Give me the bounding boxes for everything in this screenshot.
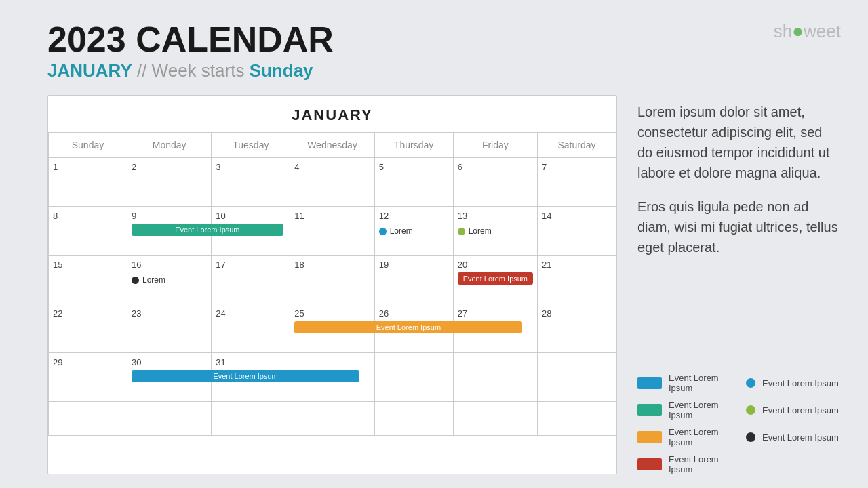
event-jan16-dot: Lorem xyxy=(132,275,165,285)
cal-cell-jan2: 2 xyxy=(127,158,212,207)
cal-cell-jan24: 24 xyxy=(212,304,290,353)
cal-cell-extra1 xyxy=(49,402,127,436)
date-10: 10 xyxy=(216,211,285,221)
date-4: 4 xyxy=(294,162,370,172)
date-17: 17 xyxy=(216,260,285,270)
cal-cell-jan15: 15 xyxy=(49,256,127,304)
date-16: 16 xyxy=(132,260,207,270)
date-7: 7 xyxy=(542,162,612,172)
date-15: 15 xyxy=(53,260,123,270)
cal-cell-jan23: 23 xyxy=(127,304,212,353)
date-2: 2 xyxy=(132,162,207,172)
cal-cell-jan20: 20 Event Lorem Ipsum xyxy=(454,256,538,304)
cal-cell-empty4 xyxy=(538,353,616,402)
date-18: 18 xyxy=(294,260,370,270)
legend-dot-green xyxy=(746,405,755,415)
brand-highlight: ● xyxy=(792,20,804,41)
cal-cell-extra6 xyxy=(454,402,538,436)
calendar: JANUARY Sunday Monday Tuesday Wednesday … xyxy=(47,95,617,474)
date-29: 29 xyxy=(53,357,123,367)
content-row: JANUARY Sunday Monday Tuesday Wednesday … xyxy=(47,95,841,474)
legend-grid: Event Lorem Ipsum Event Lorem Ipsum Even… xyxy=(637,373,841,474)
date-8: 8 xyxy=(53,211,123,221)
cal-cell-empty3 xyxy=(454,353,538,402)
cal-cell-jan25: 25 Event Lorem Ipsum xyxy=(290,304,374,353)
legend-label-5: Event Lorem Ipsum xyxy=(669,427,732,447)
cal-cell-jan16: 16 Lorem xyxy=(127,256,212,304)
page: 2023 CALENDAR JANUARY // Week starts Sun… xyxy=(0,0,868,488)
cal-cell-jan5: 5 xyxy=(375,158,454,207)
legend-dot-dark xyxy=(746,432,755,442)
header: 2023 CALENDAR JANUARY // Week starts Sun… xyxy=(47,20,841,81)
date-14: 14 xyxy=(542,211,612,221)
day-header-thursday: Thursday xyxy=(375,133,454,158)
dot-green-icon xyxy=(458,228,465,235)
event-jan12-dot: Lorem xyxy=(379,226,413,236)
legend-item-dark-dot: Event Lorem Ipsum xyxy=(746,427,841,447)
day-header-wednesday: Wednesday xyxy=(290,133,374,158)
legend-label-1: Event Lorem Ipsum xyxy=(669,373,732,393)
legend-item-green-dot: Event Lorem Ipsum xyxy=(746,400,841,420)
cal-cell-jan3: 3 xyxy=(212,158,290,207)
day-header-monday: Monday xyxy=(127,133,212,158)
cal-cell-extra2 xyxy=(127,402,212,436)
cal-cell-jan18: 18 xyxy=(290,256,374,304)
date-12: 12 xyxy=(379,211,449,221)
cal-cell-jan4: 4 xyxy=(290,158,374,207)
cal-cell-jan29: 29 xyxy=(49,353,127,402)
legend-label-7: Event Lorem Ipsum xyxy=(669,454,732,474)
legend-item-orange-swatch: Event Lorem Ipsum xyxy=(637,427,732,447)
cal-cell-jan6: 6 xyxy=(454,158,538,207)
legend-item-blue-swatch: Event Lorem Ipsum xyxy=(637,373,732,393)
day-header-tuesday: Tuesday xyxy=(212,133,290,158)
day-header-friday: Friday xyxy=(454,133,538,158)
date-6: 6 xyxy=(458,162,533,172)
date-21: 21 xyxy=(542,260,612,270)
cal-cell-jan13: 13 Lorem xyxy=(454,207,538,256)
legend-dot-blue xyxy=(746,378,755,388)
date-26: 26 xyxy=(379,308,449,319)
cal-cell-jan11: 11 xyxy=(290,207,374,256)
cal-cell-jan17: 17 xyxy=(212,256,290,304)
dot-blue-icon xyxy=(379,228,387,235)
date-25: 25 xyxy=(294,308,370,319)
cal-cell-jan7: 7 xyxy=(538,158,616,207)
cal-cell-extra7 xyxy=(538,402,616,436)
legend-label-2: Event Lorem Ipsum xyxy=(762,378,839,388)
month-label: JANUARY xyxy=(47,60,132,81)
legend-swatch-red xyxy=(637,458,662,470)
legend-label-6: Event Lorem Ipsum xyxy=(762,432,839,443)
date-28: 28 xyxy=(542,308,612,319)
cal-cell-jan8: 8 xyxy=(49,207,127,256)
cal-cell-extra3 xyxy=(212,402,290,436)
date-30: 30 xyxy=(132,357,207,367)
event-jan25-orange: Event Lorem Ipsum xyxy=(294,321,522,333)
page-title: 2023 CALENDAR xyxy=(47,20,841,59)
cal-cell-jan14: 14 xyxy=(538,207,616,256)
cal-cell-jan30: 30 Event Lorem Ipsum xyxy=(127,353,212,402)
brand-logo: sh●weet xyxy=(774,20,841,42)
date-23: 23 xyxy=(132,308,207,319)
date-31: 31 xyxy=(216,357,285,367)
legend-item-blue-dot: Event Lorem Ipsum xyxy=(746,373,841,393)
week-start-label: Sunday xyxy=(250,60,313,81)
date-24: 24 xyxy=(216,308,285,319)
calendar-grid: Sunday Monday Tuesday Wednesday Thursday… xyxy=(48,133,616,436)
event-jan9-teal: Event Lorem Ipsum xyxy=(132,224,283,236)
event-jan30-blue: Event Lorem Ipsum xyxy=(132,370,359,382)
legend-swatch-blue xyxy=(637,377,662,389)
subtitle-sep: // Week starts xyxy=(137,60,250,81)
cal-cell-jan28: 28 xyxy=(538,304,616,353)
cal-cell-empty2 xyxy=(375,353,454,402)
cal-cell-jan22: 22 xyxy=(49,304,127,353)
legend-item-teal-swatch: Event Lorem Ipsum xyxy=(637,400,732,420)
cal-cell-jan12: 12 Lorem xyxy=(375,207,454,256)
cal-cell-extra5 xyxy=(375,402,454,436)
cal-cell-extra4 xyxy=(290,402,374,436)
date-3: 3 xyxy=(216,162,285,172)
event-jan13-label: Lorem xyxy=(469,226,492,236)
event-jan12-label: Lorem xyxy=(390,226,413,236)
date-22: 22 xyxy=(53,308,123,319)
date-13: 13 xyxy=(458,211,533,221)
date-27: 27 xyxy=(458,308,533,319)
